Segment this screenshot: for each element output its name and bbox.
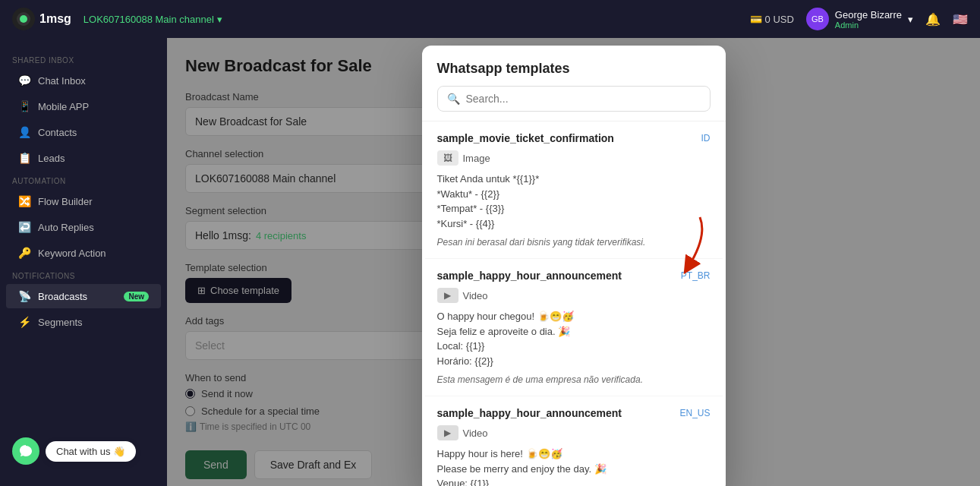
notification-bell[interactable]: 🔔: [925, 12, 941, 27]
language-selector[interactable]: 🇺🇸: [953, 12, 968, 27]
template-text: O happy hour chegou! 🍺😁🥳 Seja feliz e ap…: [437, 309, 711, 368]
notifications-section-title: NOTIFICATIONS: [0, 266, 167, 283]
chat-with-us-label[interactable]: Chat with us 👋: [46, 441, 136, 462]
broadcasts-badge: New: [124, 292, 149, 301]
sidebar-item-flow-builder[interactable]: 🔀 Flow Builder: [6, 189, 161, 213]
search-icon: 🔍: [447, 93, 460, 105]
leads-icon: 📋: [18, 152, 30, 164]
sidebar-item-label: Flow Builder: [38, 196, 93, 207]
chat-bubble-button[interactable]: [12, 437, 39, 465]
shared-inbox-section-title: SHARED INBOX: [0, 50, 167, 68]
navbar-left: 1msg LOK607160088 Main channel ▾: [12, 8, 222, 30]
template-name: sample_movie_ticket_confirmation: [437, 132, 614, 144]
modal-header: Whatsapp templates 🔍: [422, 46, 726, 122]
template-item-happy-hour-pt[interactable]: sample_happy_hour_announcement PT_BR ▶ V…: [425, 259, 723, 396]
balance-amount: 0 USD: [765, 14, 794, 25]
media-type-label: Image: [463, 153, 490, 164]
sidebar-item-label: Auto Replies: [38, 222, 94, 233]
template-item-happy-hour-en[interactable]: sample_happy_hour_announcement EN_US ▶ V…: [425, 396, 723, 486]
keyword-action-icon: 🔑: [18, 247, 30, 259]
user-name: George Bizarre: [835, 9, 902, 21]
sidebar-item-label: Segments: [38, 317, 83, 328]
sidebar-item-label: Contacts: [38, 127, 77, 138]
contacts-icon: 👤: [18, 126, 30, 138]
auto-replies-icon: ↩️: [18, 221, 30, 233]
template-media: 🖼 Image: [437, 150, 711, 166]
template-media: ▶ Video: [437, 425, 711, 440]
channel-name: LOK607160088 Main channel: [84, 14, 214, 25]
logo-text: 1msg: [39, 12, 71, 26]
sidebar-item-leads[interactable]: 📋 Leads: [6, 146, 161, 170]
sidebar-item-label: Leads: [38, 153, 65, 164]
top-navbar: 1msg LOK607160088 Main channel ▾ 💳 0 USD…: [0, 0, 980, 38]
mobile-app-icon: 📱: [18, 100, 30, 112]
main-content: New Broadcast for Sale Broadcast Name Ch…: [167, 38, 980, 486]
template-item-movie-ticket[interactable]: sample_movie_ticket_confirmation ID 🖼 Im…: [425, 122, 723, 259]
automation-section-title: AUTOMATION: [0, 171, 167, 188]
modal-title: Whatsapp templates: [437, 61, 711, 77]
template-lang-en: EN_US: [679, 408, 710, 418]
app-layout: SHARED INBOX 💬 Chat Inbox 📱 Mobile APP 👤…: [0, 0, 980, 486]
channel-chevron: ▾: [217, 14, 222, 25]
template-header: sample_movie_ticket_confirmation ID: [437, 132, 711, 144]
segments-icon: ⚡: [18, 316, 30, 328]
channel-selector[interactable]: LOK607160088 Main channel ▾: [84, 14, 222, 25]
template-warning: Esta mensagem é de uma empresa não verif…: [437, 374, 711, 385]
template-text: Tiket Anda untuk *{{1}}* *Waktu* - {{2}}…: [437, 172, 711, 231]
flow-builder-icon: 🔀: [18, 195, 30, 207]
template-header: sample_happy_hour_announcement EN_US: [437, 407, 711, 419]
sidebar-item-keyword-action[interactable]: 🔑 Keyword Action: [6, 241, 161, 265]
sidebar-item-auto-replies[interactable]: ↩️ Auto Replies: [6, 215, 161, 239]
image-media-icon: 🖼: [437, 150, 458, 166]
whatsapp-templates-modal: Whatsapp templates 🔍 sample_movie_ticket…: [422, 46, 726, 486]
sidebar-item-label: Chat Inbox: [38, 75, 86, 87]
navbar-right: 💳 0 USD GB George Bizarre Admin ▾ 🔔 🇺🇸: [750, 8, 968, 30]
video-media-icon: ▶: [437, 288, 458, 303]
template-name: sample_happy_hour_announcement: [437, 270, 622, 282]
chat-with-us-text: Chat with us 👋: [56, 446, 125, 457]
logo: 1msg: [12, 8, 71, 30]
broadcasts-icon: 📡: [18, 290, 30, 302]
sidebar-item-label: Mobile APP: [38, 101, 89, 112]
sidebar-item-broadcasts[interactable]: 📡 Broadcasts New: [6, 284, 161, 308]
modal-overlay[interactable]: Whatsapp templates 🔍 sample_movie_ticket…: [167, 38, 980, 486]
template-header: sample_happy_hour_announcement PT_BR: [437, 270, 711, 282]
sidebar-item-mobile-app[interactable]: 📱 Mobile APP: [6, 94, 161, 118]
template-lang-pt: PT_BR: [681, 270, 711, 281]
template-warning: Pesan ini berasal dari bisnis yang tidak…: [437, 237, 711, 248]
template-text: Happy hour is here! 🍺😁🥳 Please be merry …: [437, 447, 711, 486]
logo-icon: [12, 8, 35, 30]
media-type-label: Video: [463, 428, 488, 439]
modal-body: sample_movie_ticket_confirmation ID 🖼 Im…: [422, 122, 726, 486]
sidebar: SHARED INBOX 💬 Chat Inbox 📱 Mobile APP 👤…: [0, 38, 167, 486]
template-lang: ID: [701, 133, 711, 144]
chat-with-us-container: Chat with us 👋: [0, 428, 167, 474]
template-name: sample_happy_hour_announcement: [437, 407, 622, 419]
search-box: 🔍: [437, 86, 711, 112]
media-type-label: Video: [463, 290, 488, 301]
user-chevron: ▾: [908, 14, 913, 25]
balance-display: 💳 0 USD: [750, 14, 794, 25]
sidebar-item-label: Broadcasts: [38, 291, 87, 302]
svg-point-1: [20, 15, 27, 23]
user-role: Admin: [835, 21, 902, 30]
user-info[interactable]: GB George Bizarre Admin ▾: [806, 8, 913, 30]
chat-inbox-icon: 💬: [18, 74, 30, 87]
video-media-icon-en: ▶: [437, 425, 458, 440]
avatar: GB: [806, 8, 829, 30]
sidebar-item-label: Keyword Action: [38, 248, 106, 259]
sidebar-item-chat-inbox[interactable]: 💬 Chat Inbox: [6, 68, 161, 93]
template-search-input[interactable]: [466, 93, 701, 105]
template-media: ▶ Video: [437, 288, 711, 303]
sidebar-item-contacts[interactable]: 👤 Contacts: [6, 120, 161, 144]
sidebar-item-segments[interactable]: ⚡ Segments: [6, 310, 161, 334]
